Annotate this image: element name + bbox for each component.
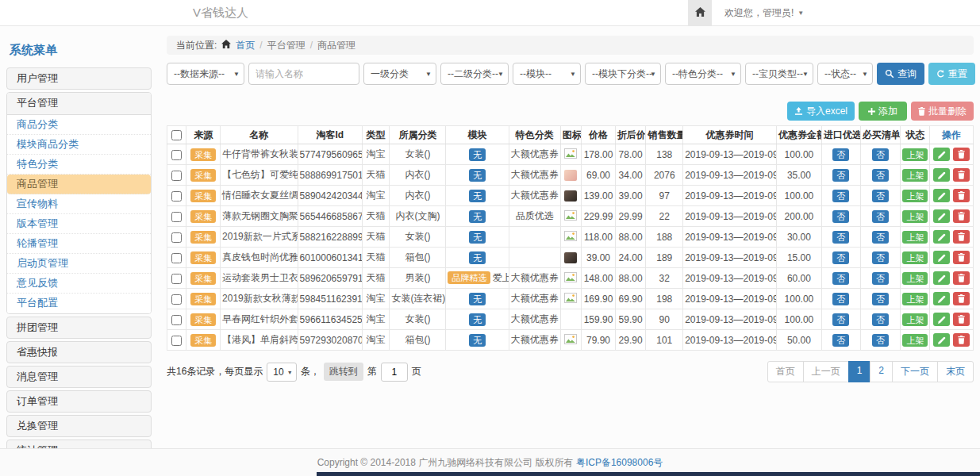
filter-select-0[interactable]: --数据来源--▼	[167, 63, 244, 85]
sidebar-item-0[interactable]: 用户管理	[6, 67, 152, 90]
module-badge[interactable]: 无	[469, 210, 486, 223]
status-badge[interactable]: 上架	[902, 148, 928, 161]
icp-link[interactable]: 粤ICP备16098006号	[576, 457, 663, 468]
module-badge[interactable]: 无	[469, 334, 486, 347]
module-badge[interactable]: 无	[469, 293, 486, 305]
import-select-badge[interactable]: 否	[832, 251, 849, 264]
sidebar-item-4[interactable]: 消息管理	[6, 366, 152, 388]
row-checkbox[interactable]	[171, 315, 182, 325]
edit-button[interactable]	[933, 230, 950, 244]
import-select-badge[interactable]: 否	[832, 148, 849, 161]
must-buy-badge[interactable]: 否	[872, 272, 889, 285]
sidebar-item-7[interactable]: 统计管理	[6, 440, 152, 448]
reset-button[interactable]: 重置	[928, 63, 975, 85]
delete-button[interactable]	[953, 168, 970, 182]
row-checkbox[interactable]	[171, 232, 182, 243]
sidebar-subitem[interactable]: 特色分类	[7, 155, 151, 175]
user-menu[interactable]: 欢迎您，管理员! ▼	[724, 6, 804, 20]
page-button-上一页[interactable]: 上一页	[803, 361, 849, 382]
delete-button[interactable]	[953, 271, 970, 285]
delete-button[interactable]	[953, 333, 970, 347]
must-buy-badge[interactable]: 否	[872, 148, 889, 161]
module-badge[interactable]: 无	[469, 169, 486, 182]
must-buy-badge[interactable]: 否	[872, 251, 889, 264]
row-checkbox[interactable]	[171, 336, 182, 346]
import-excel-button[interactable]: 导入excel	[787, 102, 855, 121]
sidebar-item-3[interactable]: 省惠快报	[6, 341, 152, 363]
filter-select-1[interactable]: 一级分类▼	[363, 63, 436, 85]
sidebar-subitem[interactable]: 启动页管理	[7, 254, 151, 274]
delete-button[interactable]	[953, 251, 970, 264]
delete-button[interactable]	[953, 148, 970, 161]
status-badge[interactable]: 上架	[902, 334, 928, 347]
module-badge[interactable]: 品牌精选	[448, 271, 490, 284]
delete-button[interactable]	[953, 292, 970, 305]
sidebar-subitem-active[interactable]: 商品管理	[7, 175, 151, 194]
sidebar-item-6[interactable]: 兑换管理	[6, 415, 152, 437]
sidebar-item-1[interactable]: 平台管理	[7, 93, 151, 115]
page-button-末页[interactable]: 末页	[937, 361, 974, 382]
status-badge[interactable]: 上架	[902, 210, 928, 223]
delete-button[interactable]	[953, 313, 970, 326]
edit-button[interactable]	[933, 333, 950, 347]
must-buy-badge[interactable]: 否	[872, 313, 889, 326]
select-all-checkbox[interactable]	[171, 130, 182, 140]
breadcrumb-home-link[interactable]: 首页	[236, 39, 255, 52]
row-checkbox[interactable]	[171, 274, 182, 284]
module-badge[interactable]: 无	[469, 231, 486, 244]
import-select-badge[interactable]: 否	[832, 190, 849, 202]
per-page-select[interactable]: 10▼	[267, 363, 296, 382]
sidebar-subitem[interactable]: 商品分类	[7, 115, 151, 135]
row-checkbox[interactable]	[171, 191, 182, 202]
home-button[interactable]	[688, 0, 712, 25]
page-button-2[interactable]: 2	[870, 361, 893, 382]
must-buy-badge[interactable]: 否	[872, 334, 889, 347]
search-button[interactable]: 查询	[877, 63, 924, 85]
page-button-下一页[interactable]: 下一页	[892, 361, 938, 382]
sidebar-subitem[interactable]: 模块商品分类	[7, 135, 151, 155]
delete-button[interactable]	[953, 230, 970, 244]
sidebar-subitem[interactable]: 意见反馈	[7, 274, 151, 294]
sidebar-item-5[interactable]: 订单管理	[6, 390, 152, 413]
import-select-badge[interactable]: 否	[832, 293, 849, 305]
row-checkbox[interactable]	[171, 294, 182, 305]
import-select-badge[interactable]: 否	[832, 272, 849, 285]
page-button-1[interactable]: 1	[848, 361, 871, 382]
edit-button[interactable]	[933, 251, 950, 264]
must-buy-badge[interactable]: 否	[872, 169, 889, 182]
sidebar-subitem[interactable]: 宣传物料	[7, 194, 151, 214]
status-badge[interactable]: 上架	[902, 231, 928, 244]
status-badge[interactable]: 上架	[902, 190, 928, 202]
module-badge[interactable]: 无	[469, 148, 486, 161]
must-buy-badge[interactable]: 否	[872, 231, 889, 244]
name-search-input[interactable]	[248, 63, 359, 85]
filter-select-3[interactable]: --模块--▼	[513, 63, 581, 85]
import-select-badge[interactable]: 否	[832, 334, 849, 347]
filter-select-5[interactable]: --特色分类--▼	[665, 63, 741, 85]
filter-select-6[interactable]: --宝贝类型--▼	[745, 63, 813, 85]
sidebar-item-2[interactable]: 拼团管理	[6, 317, 152, 339]
must-buy-badge[interactable]: 否	[872, 190, 889, 202]
import-select-badge[interactable]: 否	[832, 231, 849, 244]
filter-select-7[interactable]: --状态--▼	[817, 63, 873, 85]
module-badge[interactable]: 无	[469, 313, 486, 326]
sidebar-subitem[interactable]: 轮播管理	[7, 234, 151, 254]
import-select-badge[interactable]: 否	[832, 313, 849, 326]
must-buy-badge[interactable]: 否	[872, 210, 889, 223]
status-badge[interactable]: 上架	[902, 169, 928, 182]
sidebar-subitem[interactable]: 平台配置	[7, 294, 151, 313]
edit-button[interactable]	[933, 168, 950, 182]
status-badge[interactable]: 上架	[902, 251, 928, 264]
page-number-input[interactable]	[381, 363, 408, 382]
edit-button[interactable]	[933, 148, 950, 161]
edit-button[interactable]	[933, 313, 950, 326]
row-checkbox[interactable]	[171, 171, 182, 181]
row-checkbox[interactable]	[171, 212, 182, 222]
status-badge[interactable]: 上架	[902, 272, 928, 285]
edit-button[interactable]	[933, 189, 950, 202]
import-select-badge[interactable]: 否	[832, 210, 849, 223]
edit-button[interactable]	[933, 209, 950, 223]
delete-button[interactable]	[953, 209, 970, 223]
row-checkbox[interactable]	[171, 150, 182, 160]
must-buy-badge[interactable]: 否	[872, 293, 889, 305]
